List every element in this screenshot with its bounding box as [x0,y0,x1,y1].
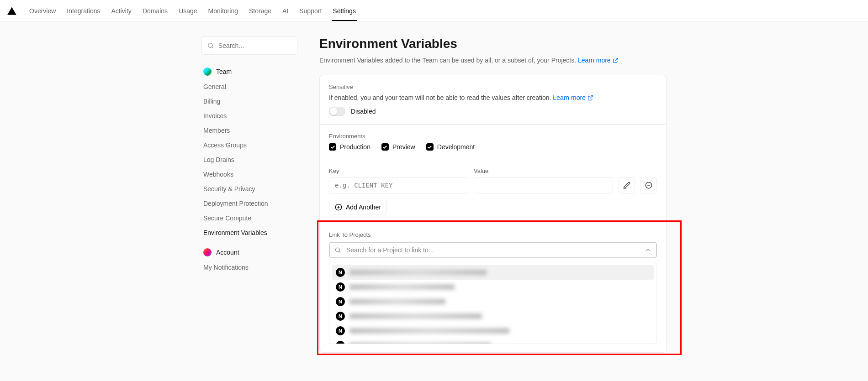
pencil-icon [623,182,630,189]
sensitive-text: If enabled, you and your team will not b… [329,94,657,101]
vercel-logo [7,6,16,16]
project-name-redacted [349,328,509,334]
external-link-icon [587,95,593,101]
sensitive-learn-more-link[interactable]: Learn more [553,94,593,101]
svg-line-2 [615,58,618,61]
main-content: Environment Variables Environment Variab… [319,37,667,353]
edit-button[interactable] [619,177,635,193]
sidebar-account-label: Account [216,249,239,256]
svg-point-0 [208,43,212,47]
top-nav: OverviewIntegrationsActivityDomainsUsage… [0,0,868,22]
topnav-tab-ai[interactable]: AI [277,1,294,21]
sidebar-item-members[interactable]: Members [201,123,297,138]
minus-circle-icon [645,182,652,189]
sensitive-section: Sensitive If enabled, you and your team … [320,75,666,125]
environments-section: Environments ProductionPreviewDevelopmen… [320,125,666,159]
key-label: Key [329,167,468,174]
link-to-projects-label: Link To Projects [329,231,657,238]
project-icon: N [336,326,345,335]
project-name-redacted [349,270,487,275]
topnav-tab-integrations[interactable]: Integrations [61,1,106,21]
sidebar-item-security-privacy[interactable]: Security & Privacy [201,182,297,196]
checkmark-icon [329,143,336,151]
svg-line-11 [339,251,340,253]
sidebar-team-header[interactable]: Team [201,64,297,79]
key-input[interactable] [329,177,468,193]
chevron-up-icon[interactable] [645,247,651,254]
sidebar-item-billing[interactable]: Billing [201,94,297,109]
account-avatar-icon [203,248,212,256]
topnav-tab-usage[interactable]: Usage [173,1,202,21]
sidebar-item-access-groups[interactable]: Access Groups [201,138,297,152]
sidebar-item-deployment-protection[interactable]: Deployment Protection [201,196,297,211]
project-icon: N [336,268,345,277]
topnav-tab-overview[interactable]: Overview [24,1,61,21]
env-var-card: Sensitive If enabled, you and your team … [319,75,667,353]
topnav-tabs: OverviewIntegrationsActivityDomainsUsage… [24,1,361,21]
sensitive-toggle[interactable] [329,107,345,116]
topnav-tab-storage[interactable]: Storage [243,1,277,21]
project-option[interactable]: N [332,265,654,280]
project-name-redacted [349,299,445,304]
project-dropdown[interactable]: NNNNNN [329,262,657,344]
project-icon: N [336,341,345,344]
project-icon: N [336,312,345,321]
checkmark-icon [426,143,434,151]
environments-label: Environments [329,133,657,140]
page-description: Environment Variables added to the Team … [319,57,667,64]
topnav-tab-settings[interactable]: Settings [327,1,361,21]
link-to-projects-section: Link To Projects NNNNNN [320,223,666,352]
topnav-tab-monitoring[interactable]: Monitoring [203,1,243,21]
sidebar-item-invoices[interactable]: Invoices [201,109,297,123]
svg-line-3 [590,95,593,98]
sidebar-item-log-drains[interactable]: Log Drains [201,152,297,167]
env-checkbox-development[interactable]: Development [426,143,475,151]
sidebar-item-webhooks[interactable]: Webhooks [201,167,297,182]
sidebar-item-my-notifications[interactable]: My Notifications [201,260,297,275]
sensitive-toggle-state: Disabled [351,108,376,115]
topnav-tab-domains[interactable]: Domains [137,1,173,21]
checkmark-icon [381,143,389,151]
sidebar-search-input[interactable] [201,37,297,55]
keyvalue-section: Key Value Add Anothe [320,159,666,223]
sidebar-search [201,37,297,55]
sidebar-account-header[interactable]: Account [201,245,297,260]
svg-point-10 [336,248,340,252]
settings-sidebar: Team GeneralBillingInvoicesMembersAccess… [201,37,297,353]
project-name-redacted [349,343,491,344]
project-icon: N [336,282,345,292]
value-label: Value [474,167,613,174]
sidebar-item-general[interactable]: General [201,79,297,94]
project-option[interactable]: N [332,294,654,309]
project-search-input[interactable] [329,242,657,258]
search-icon [207,42,214,49]
sidebar-team-label: Team [216,68,232,75]
env-checkbox-preview[interactable]: Preview [381,143,415,151]
project-name-redacted [349,284,455,290]
team-avatar-icon [203,68,212,76]
learn-more-link[interactable]: Learn more [578,57,619,64]
page-title: Environment Variables [319,37,667,51]
sidebar-item-secure-compute[interactable]: Secure Compute [201,211,297,225]
sensitive-label: Sensitive [329,84,657,90]
sidebar-item-environment-variables[interactable]: Environment Variables [201,225,297,240]
project-option[interactable]: N [332,309,654,324]
topnav-tab-support[interactable]: Support [294,1,327,21]
env-checkbox-production[interactable]: Production [329,143,370,151]
plus-circle-icon [335,204,342,211]
project-icon: N [336,297,345,306]
topnav-tab-activity[interactable]: Activity [106,1,137,21]
external-link-icon [613,57,619,63]
project-name-redacted [349,313,482,319]
value-input[interactable] [474,177,613,193]
remove-button[interactable] [640,177,657,193]
search-icon [334,247,341,254]
project-option[interactable]: N [332,324,654,338]
project-option[interactable]: N [332,280,654,294]
svg-line-1 [212,47,213,48]
add-another-button[interactable]: Add Another [329,200,387,214]
project-option[interactable]: N [332,338,654,344]
